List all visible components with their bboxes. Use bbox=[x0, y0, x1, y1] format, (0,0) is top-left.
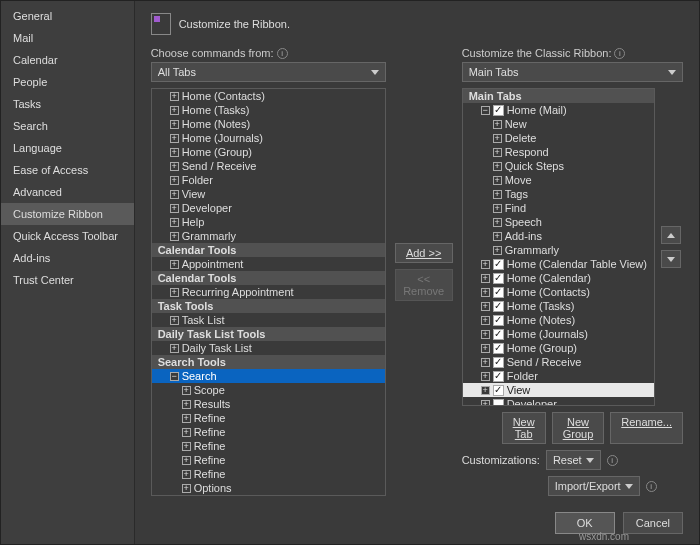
tree-item[interactable]: −Search bbox=[152, 369, 385, 383]
tree-item[interactable]: +Speech bbox=[463, 215, 654, 229]
tree-item[interactable]: +Home (Contacts) bbox=[463, 285, 654, 299]
tree-item[interactable]: +Developer bbox=[152, 201, 385, 215]
import-export-button[interactable]: Import/Export bbox=[548, 476, 640, 496]
expand-icon[interactable]: + bbox=[182, 484, 191, 493]
expand-icon[interactable]: + bbox=[182, 414, 191, 423]
cancel-button[interactable]: Cancel bbox=[623, 512, 683, 534]
nav-item-quick-access-toolbar[interactable]: Quick Access Toolbar bbox=[1, 225, 134, 247]
tree-item[interactable]: +Refine bbox=[152, 453, 385, 467]
checkbox[interactable] bbox=[493, 287, 504, 298]
expand-icon[interactable]: + bbox=[481, 260, 490, 269]
tree-item[interactable]: +Daily Task List bbox=[152, 341, 385, 355]
tree-item[interactable]: +Grammarly bbox=[463, 243, 654, 257]
tree-item[interactable]: +Send / Receive bbox=[463, 355, 654, 369]
tree-item[interactable]: −Home (Mail) bbox=[463, 103, 654, 117]
commands-list[interactable]: +Home (Contacts)+Home (Tasks)+Home (Note… bbox=[151, 88, 386, 496]
tree-item[interactable]: Search Tools bbox=[152, 355, 385, 369]
expand-icon[interactable]: − bbox=[481, 106, 490, 115]
tree-item[interactable]: +Move bbox=[463, 173, 654, 187]
expand-icon[interactable]: + bbox=[493, 204, 502, 213]
checkbox[interactable] bbox=[493, 385, 504, 396]
tree-item[interactable]: +Refine bbox=[152, 467, 385, 481]
checkbox[interactable] bbox=[493, 329, 504, 340]
expand-icon[interactable]: + bbox=[493, 162, 502, 171]
nav-item-calendar[interactable]: Calendar bbox=[1, 49, 134, 71]
expand-icon[interactable]: + bbox=[182, 428, 191, 437]
expand-icon[interactable]: + bbox=[170, 120, 179, 129]
expand-icon[interactable]: + bbox=[170, 134, 179, 143]
expand-icon[interactable]: + bbox=[170, 288, 179, 297]
expand-icon[interactable]: + bbox=[170, 92, 179, 101]
expand-icon[interactable]: + bbox=[182, 442, 191, 451]
nav-item-people[interactable]: People bbox=[1, 71, 134, 93]
expand-icon[interactable]: + bbox=[481, 302, 490, 311]
expand-icon[interactable]: − bbox=[170, 372, 179, 381]
tree-item[interactable]: +Home (Contacts) bbox=[152, 89, 385, 103]
expand-icon[interactable]: + bbox=[481, 400, 490, 407]
add-button[interactable]: Add >> bbox=[395, 243, 453, 263]
tree-item[interactable]: +Help bbox=[152, 215, 385, 229]
tree-item[interactable]: +Task List bbox=[152, 313, 385, 327]
expand-icon[interactable]: + bbox=[493, 190, 502, 199]
tree-item[interactable]: +Home (Group) bbox=[152, 145, 385, 159]
tree-item[interactable]: +View bbox=[463, 383, 654, 397]
expand-icon[interactable]: + bbox=[493, 232, 502, 241]
tree-item[interactable]: +Quick Steps bbox=[463, 159, 654, 173]
nav-item-ease-of-access[interactable]: Ease of Access bbox=[1, 159, 134, 181]
expand-icon[interactable]: + bbox=[170, 176, 179, 185]
tree-item[interactable]: +Refine bbox=[152, 411, 385, 425]
tree-item[interactable]: +Add-ins bbox=[463, 229, 654, 243]
tree-item[interactable]: +Respond bbox=[463, 145, 654, 159]
expand-icon[interactable]: + bbox=[170, 106, 179, 115]
info-icon[interactable]: i bbox=[646, 481, 657, 492]
tree-item[interactable]: +Home (Group) bbox=[463, 341, 654, 355]
tree-item[interactable]: +Folder bbox=[152, 173, 385, 187]
tree-item[interactable]: +Recurring Appointment bbox=[152, 285, 385, 299]
expand-icon[interactable]: + bbox=[481, 386, 490, 395]
tree-item[interactable]: Calendar Tools bbox=[152, 271, 385, 285]
checkbox[interactable] bbox=[493, 399, 504, 407]
tree-item[interactable]: Task Tools bbox=[152, 299, 385, 313]
reset-button[interactable]: Reset bbox=[546, 450, 601, 470]
tree-item[interactable]: +Home (Notes) bbox=[152, 117, 385, 131]
expand-icon[interactable]: + bbox=[182, 400, 191, 409]
move-up-button[interactable] bbox=[661, 226, 681, 244]
tree-item[interactable]: +Home (Calendar Table View) bbox=[463, 257, 654, 271]
checkbox[interactable] bbox=[493, 315, 504, 326]
tree-item[interactable]: +Folder bbox=[463, 369, 654, 383]
expand-icon[interactable]: + bbox=[170, 344, 179, 353]
expand-icon[interactable]: + bbox=[182, 456, 191, 465]
expand-icon[interactable]: + bbox=[170, 260, 179, 269]
new-group-button[interactable]: New Group bbox=[552, 412, 605, 444]
expand-icon[interactable]: + bbox=[170, 190, 179, 199]
expand-icon[interactable]: + bbox=[481, 358, 490, 367]
nav-item-tasks[interactable]: Tasks bbox=[1, 93, 134, 115]
choose-commands-combo[interactable]: All Tabs bbox=[151, 62, 386, 82]
tree-item[interactable]: +Refine bbox=[152, 439, 385, 453]
tree-item[interactable]: +Find bbox=[463, 201, 654, 215]
expand-icon[interactable]: + bbox=[170, 232, 179, 241]
expand-icon[interactable]: + bbox=[493, 218, 502, 227]
checkbox[interactable] bbox=[493, 357, 504, 368]
tree-item[interactable]: +Home (Tasks) bbox=[152, 103, 385, 117]
expand-icon[interactable]: + bbox=[170, 218, 179, 227]
checkbox[interactable] bbox=[493, 343, 504, 354]
expand-icon[interactable]: + bbox=[481, 274, 490, 283]
nav-item-mail[interactable]: Mail bbox=[1, 27, 134, 49]
expand-icon[interactable]: + bbox=[182, 470, 191, 479]
tree-item[interactable]: +Home (Journals) bbox=[463, 327, 654, 341]
expand-icon[interactable]: + bbox=[170, 162, 179, 171]
tree-item[interactable]: +Send / Receive bbox=[152, 159, 385, 173]
tree-item[interactable]: +Home (Notes) bbox=[463, 313, 654, 327]
expand-icon[interactable]: + bbox=[170, 148, 179, 157]
nav-item-language[interactable]: Language bbox=[1, 137, 134, 159]
tree-item[interactable]: +View bbox=[152, 187, 385, 201]
tree-item[interactable]: Calendar Tools bbox=[152, 243, 385, 257]
tree-item[interactable]: +Grammarly bbox=[152, 229, 385, 243]
tree-item[interactable]: +Scope bbox=[152, 383, 385, 397]
tree-item[interactable]: Daily Task List Tools bbox=[152, 327, 385, 341]
customize-ribbon-combo[interactable]: Main Tabs bbox=[462, 62, 683, 82]
checkbox[interactable] bbox=[493, 259, 504, 270]
checkbox[interactable] bbox=[493, 105, 504, 116]
expand-icon[interactable]: + bbox=[481, 372, 490, 381]
